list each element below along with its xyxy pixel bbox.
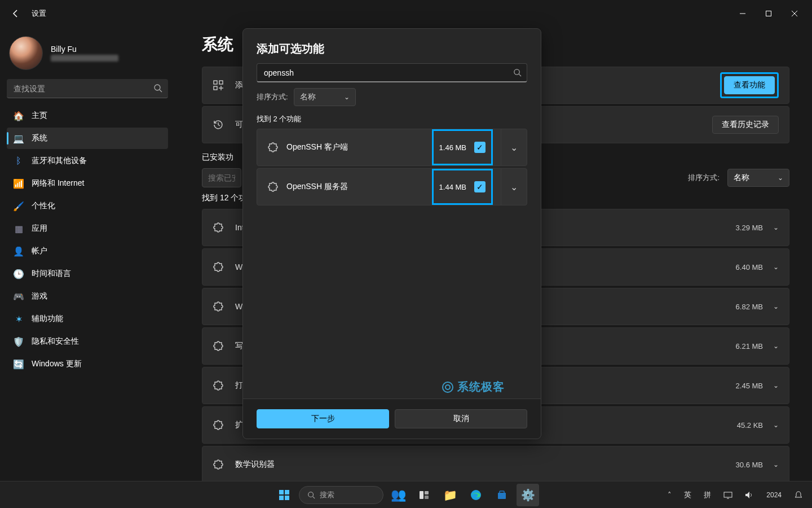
- add-feature-label: 添: [235, 80, 243, 90]
- close-button[interactable]: [782, 5, 807, 23]
- back-button[interactable]: [5, 2, 27, 25]
- dialog-search-input[interactable]: [257, 63, 527, 82]
- puzzle-icon: [213, 222, 226, 233]
- svg-point-13: [443, 382, 453, 392]
- svg-rect-22: [425, 491, 429, 494]
- store-icon[interactable]: [491, 484, 513, 506]
- minimize-button[interactable]: [730, 5, 756, 23]
- puzzle-icon: [213, 261, 226, 273]
- chevron-down-icon: ⌄: [773, 382, 779, 389]
- notifications-icon[interactable]: [791, 488, 806, 502]
- maximize-button[interactable]: [756, 5, 782, 23]
- feature-size: 3.29 MB: [736, 224, 763, 232]
- chevron-down-icon: ⌄: [778, 174, 783, 182]
- feature-name: OpenSSH 客户端: [286, 142, 432, 152]
- optional-feature-row[interactable]: OpenSSH 客户端 1.46 MB ✓ ⌄: [257, 129, 527, 166]
- nav-icon: 💻: [14, 133, 24, 143]
- profile-block[interactable]: Billy Fu: [7, 32, 168, 79]
- nav-item-时间和语言[interactable]: 🕒时间和语言: [7, 263, 168, 284]
- nav-label: 游戏: [32, 291, 47, 301]
- puzzle-icon: [213, 301, 226, 312]
- tray-chevron-icon[interactable]: ˄: [664, 488, 675, 501]
- highlight-zone: 1.44 MB ✓: [432, 169, 493, 205]
- highlight-view-feature: 查看功能: [720, 72, 779, 98]
- feature-checkbox[interactable]: ✓: [474, 142, 486, 153]
- nav-item-系统[interactable]: 💻系统: [7, 128, 168, 149]
- start-button[interactable]: [273, 484, 295, 506]
- next-button[interactable]: 下一步: [257, 409, 389, 428]
- puzzle-icon: [213, 380, 226, 391]
- nav-icon: 📶: [14, 178, 24, 189]
- highlight-zone: 1.46 MB ✓: [432, 129, 493, 165]
- nav-item-帐户[interactable]: 👤帐户: [7, 240, 168, 262]
- feature-checkbox[interactable]: ✓: [474, 181, 486, 192]
- watermark: 系统极客: [442, 379, 505, 395]
- svg-rect-8: [214, 86, 217, 90]
- svg-point-19: [308, 492, 314, 497]
- svg-marker-29: [745, 492, 749, 498]
- taskbar-search-label: 搜索: [320, 490, 334, 500]
- nav-item-应用[interactable]: ▦应用: [7, 218, 168, 239]
- installed-search-input[interactable]: [202, 168, 241, 187]
- task-view-icon[interactable]: 👥: [387, 484, 409, 506]
- svg-line-20: [313, 496, 315, 498]
- view-feature-button[interactable]: 查看功能: [724, 76, 775, 94]
- taskbar-search[interactable]: 搜索: [299, 486, 383, 504]
- sort-value: 名称: [734, 173, 749, 183]
- dialog-sort-label: 排序方式:: [257, 92, 288, 102]
- nav-label: 系统: [32, 133, 47, 143]
- sort-label: 排序方式:: [688, 173, 720, 183]
- feature-name: 写: [235, 341, 243, 351]
- nav-item-Windows 更新[interactable]: 🔄Windows 更新: [7, 353, 168, 375]
- expand-button[interactable]: ⌄: [501, 129, 527, 165]
- volume-icon[interactable]: [742, 489, 757, 501]
- chevron-down-icon: ⌄: [773, 224, 779, 231]
- explorer-icon[interactable]: 📁: [439, 484, 461, 506]
- edge-icon[interactable]: [465, 484, 487, 506]
- svg-rect-6: [214, 81, 217, 84]
- nav-item-辅助功能[interactable]: ✶辅助功能: [7, 308, 168, 330]
- svg-rect-21: [420, 491, 423, 499]
- sort-dropdown[interactable]: 名称 ⌄: [727, 169, 789, 187]
- nav-item-个性化[interactable]: 🖌️个性化: [7, 195, 168, 217]
- nav-item-主页[interactable]: 🏠主页: [7, 105, 168, 126]
- expand-button[interactable]: ⌄: [501, 169, 527, 205]
- view-history-button[interactable]: 查看历史记录: [712, 116, 779, 134]
- puzzle-icon: [267, 181, 279, 192]
- optional-feature-row[interactable]: OpenSSH 服务器 1.44 MB ✓ ⌄: [257, 168, 527, 205]
- svg-rect-23: [425, 496, 429, 499]
- svg-point-11: [514, 69, 519, 75]
- svg-point-14: [445, 385, 450, 389]
- cancel-button[interactable]: 取消: [395, 409, 527, 428]
- clock[interactable]: 2024: [763, 489, 785, 501]
- svg-rect-17: [279, 496, 284, 500]
- chevron-down-icon: ⌄: [773, 461, 779, 468]
- svg-rect-27: [724, 492, 732, 497]
- sidebar-search-input[interactable]: [7, 79, 168, 98]
- ime-mode[interactable]: 拼: [700, 488, 714, 502]
- svg-rect-26: [500, 491, 504, 493]
- nav-icon: 🛡️: [14, 336, 24, 347]
- history-label: 可: [235, 120, 243, 130]
- nav-item-蓝牙和其他设备[interactable]: ᛒ蓝牙和其他设备: [7, 150, 168, 172]
- settings-icon[interactable]: ⚙️: [517, 484, 539, 506]
- feature-size: 6.82 MB: [736, 303, 763, 311]
- dialog-title: 添加可选功能: [257, 41, 527, 56]
- chevron-down-icon: ⌄: [773, 342, 779, 350]
- dialog-sort-dropdown[interactable]: 名称 ⌄: [294, 88, 356, 106]
- nav-label: 应用: [32, 224, 47, 234]
- network-icon[interactable]: [720, 489, 736, 501]
- nav-item-游戏[interactable]: 🎮游戏: [7, 286, 168, 307]
- nav-label: 帐户: [32, 246, 47, 256]
- search-icon: [513, 68, 522, 77]
- installed-feature-row[interactable]: 数学识别器 30.6 MB ⌄: [202, 446, 789, 481]
- svg-rect-15: [279, 490, 284, 494]
- chevron-down-icon: ⌄: [773, 303, 779, 310]
- feature-name: OpenSSH 服务器: [286, 182, 432, 192]
- nav-item-隐私和安全性[interactable]: 🛡️隐私和安全性: [7, 331, 168, 352]
- nav-label: Windows 更新: [32, 359, 82, 369]
- ime-lang[interactable]: 英: [681, 488, 695, 502]
- nav-item-网络和 Internet[interactable]: 📶网络和 Internet: [7, 173, 168, 194]
- nav-icon: 🔄: [14, 359, 24, 369]
- widgets-icon[interactable]: [413, 484, 435, 506]
